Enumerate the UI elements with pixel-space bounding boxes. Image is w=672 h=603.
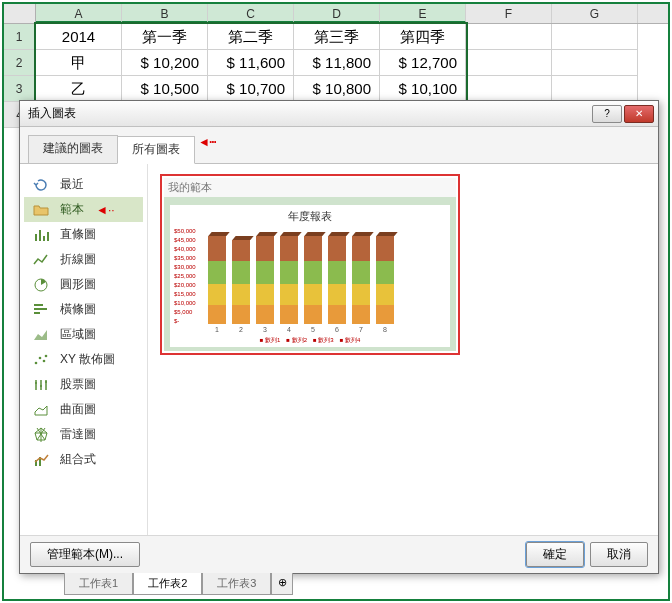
category-area[interactable]: 區域圖 (24, 322, 143, 347)
cell[interactable] (466, 24, 552, 50)
col-header[interactable]: D (294, 4, 380, 23)
category-combo[interactable]: 組合式 (24, 447, 143, 472)
col-header[interactable]: C (208, 4, 294, 23)
cell[interactable] (466, 76, 552, 102)
svg-point-1 (35, 361, 38, 364)
cell[interactable] (466, 50, 552, 76)
col-header[interactable]: B (122, 4, 208, 23)
row-header[interactable]: 3 (4, 76, 36, 102)
category-label: 雷達圖 (60, 426, 96, 443)
category-label: 直條圖 (60, 226, 96, 243)
scatter-icon (32, 352, 50, 368)
category-scatter[interactable]: XY 散佈圖 (24, 347, 143, 372)
chart-bar (232, 236, 250, 324)
line-icon (32, 252, 50, 268)
svg-point-3 (43, 359, 46, 362)
col-header[interactable]: F (466, 4, 552, 23)
chart-category-list: 最近範本◄··直條圖折線圖圓形圖橫條圖區域圖XY 散佈圖股票圖曲面圖雷達圖組合式 (20, 164, 148, 535)
sheet-tab[interactable]: 工作表3 (202, 573, 271, 595)
category-surface[interactable]: 曲面圖 (24, 397, 143, 422)
cell[interactable]: $ 10,200 (122, 50, 208, 76)
annotation-arrow: ◄·· (96, 203, 115, 217)
insert-chart-dialog: 插入圖表 ? ✕ 建議的圖表 所有圖表 ◄··· 最近範本◄··直條圖折線圖圓形… (19, 100, 659, 574)
row-header[interactable]: 1 (4, 24, 36, 50)
cell[interactable]: $ 12,700 (380, 50, 466, 76)
category-label: XY 散佈圖 (60, 351, 115, 368)
cell[interactable] (552, 50, 638, 76)
help-button[interactable]: ? (592, 105, 622, 123)
select-all-corner[interactable] (4, 4, 36, 23)
cell[interactable]: $ 10,700 (208, 76, 294, 102)
category-label: 圓形圖 (60, 276, 96, 293)
cell[interactable]: 甲 (36, 50, 122, 76)
category-line[interactable]: 折線圖 (24, 247, 143, 272)
chart-bar (352, 232, 370, 324)
chart-bar (256, 232, 274, 324)
pie-icon (32, 277, 50, 293)
category-bar[interactable]: 直條圖 (24, 222, 143, 247)
col-header[interactable]: A (36, 4, 122, 23)
manage-templates-button[interactable]: 管理範本(M)... (30, 542, 140, 567)
surface-icon (32, 402, 50, 418)
cell[interactable]: $ 10,100 (380, 76, 466, 102)
category-stock[interactable]: 股票圖 (24, 372, 143, 397)
col-header[interactable]: G (552, 4, 638, 23)
chart-y-labels: $50,000$45,000$40,000$35,000$30,000$25,0… (174, 228, 196, 324)
close-button[interactable]: ✕ (624, 105, 654, 123)
col-header[interactable]: E (380, 4, 466, 23)
sheet-tab[interactable]: 工作表1 (64, 573, 133, 595)
chart-template-thumbnail[interactable]: 年度報表 $50,000$45,000$40,000$35,000$30,000… (164, 197, 456, 351)
cell[interactable]: $ 11,800 (294, 50, 380, 76)
cancel-button[interactable]: 取消 (590, 542, 648, 567)
combo-icon (32, 452, 50, 468)
category-label: 組合式 (60, 451, 96, 468)
category-label: 股票圖 (60, 376, 96, 393)
chart-bar (208, 232, 226, 324)
category-label: 範本 (60, 201, 84, 218)
dialog-title: 插入圖表 (28, 105, 590, 122)
area-icon (32, 327, 50, 343)
annotation-arrow: ◄··· (198, 135, 216, 163)
category-label: 橫條圖 (60, 301, 96, 318)
template-group-title: 我的範本 (164, 178, 456, 197)
ok-button[interactable]: 確定 (526, 542, 584, 567)
cell[interactable]: 第二季 (208, 24, 294, 50)
category-recent[interactable]: 最近 (24, 172, 143, 197)
radar-icon (32, 427, 50, 443)
cell[interactable]: 第三季 (294, 24, 380, 50)
cell[interactable] (552, 24, 638, 50)
cell[interactable]: 第一季 (122, 24, 208, 50)
category-label: 區域圖 (60, 326, 96, 343)
recent-icon (32, 177, 50, 193)
chart-legend: 數列1數列2數列3數列4 (174, 336, 446, 345)
add-sheet-button[interactable]: ⊕ (271, 573, 293, 595)
cell[interactable]: $ 11,600 (208, 50, 294, 76)
category-label: 曲面圖 (60, 401, 96, 418)
cell[interactable]: 2014 (36, 24, 122, 50)
category-label: 折線圖 (60, 251, 96, 268)
cell[interactable]: 乙 (36, 76, 122, 102)
cell[interactable]: $ 10,500 (122, 76, 208, 102)
tab-recommended[interactable]: 建議的圖表 (28, 135, 118, 163)
cell[interactable] (552, 76, 638, 102)
cell[interactable]: $ 10,800 (294, 76, 380, 102)
category-radar[interactable]: 雷達圖 (24, 422, 143, 447)
chart-x-labels: 12345678 (174, 326, 446, 333)
chart-bar (280, 232, 298, 324)
chart-bar (376, 232, 394, 324)
chart-bar (328, 232, 346, 324)
category-pie[interactable]: 圓形圖 (24, 272, 143, 297)
category-folder[interactable]: 範本◄·· (24, 197, 143, 222)
category-hbar[interactable]: 橫條圖 (24, 297, 143, 322)
sheet-tab[interactable]: 工作表2 (133, 573, 202, 595)
cell[interactable]: 第四季 (380, 24, 466, 50)
svg-point-2 (39, 356, 42, 359)
chart-title: 年度報表 (174, 209, 446, 224)
tab-label: 所有圖表 (132, 142, 180, 156)
row-header[interactable]: 2 (4, 50, 36, 76)
template-highlight: 我的範本 年度報表 $50,000$45,000$40,000$35,000$3… (160, 174, 460, 355)
sheet-tab-strip: 工作表1 工作表2 工作表3 ⊕ (64, 573, 293, 595)
folder-icon (32, 202, 50, 218)
tab-all-charts[interactable]: 所有圖表 (117, 136, 195, 164)
stock-icon (32, 377, 50, 393)
